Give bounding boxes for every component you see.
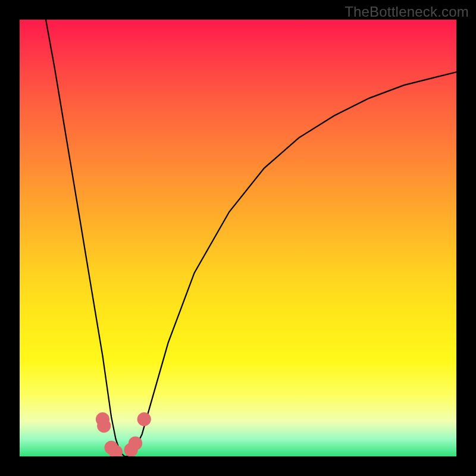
curve-marker xyxy=(97,419,111,433)
curve-marker xyxy=(137,412,151,426)
watermark-text: TheBottleneck.com xyxy=(345,4,469,20)
bottleneck-curve xyxy=(20,20,456,456)
chart-frame: TheBottleneck.com xyxy=(0,0,476,476)
plot-area xyxy=(20,20,456,456)
curve-marker xyxy=(129,436,142,450)
